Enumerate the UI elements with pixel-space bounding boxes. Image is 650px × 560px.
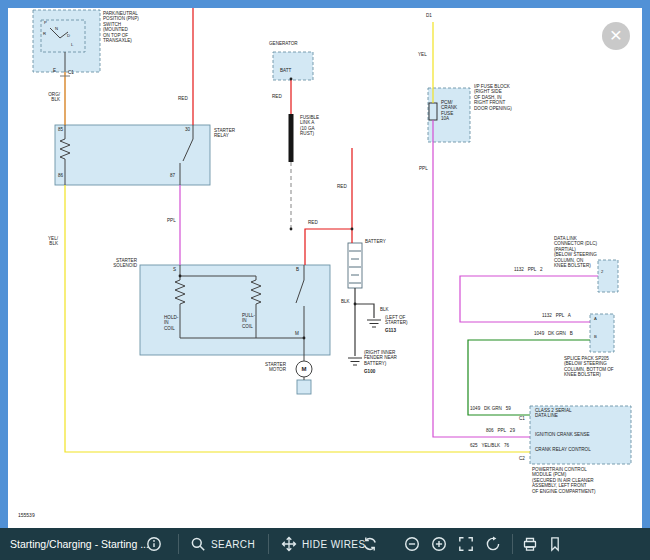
relay-terminal-85: 85 xyxy=(58,127,63,132)
hold-in-coil-label: HOLD- IN COIL xyxy=(164,315,178,331)
app-frame: M PARK/NEUTRAL POSITION (PNP) SWITCH (MO… xyxy=(0,0,650,560)
fuse-label: PCM/ CRANK FUSE 10A xyxy=(441,100,457,122)
g100-location: (RIGHT INNER FENDER NEAR BATTERY) xyxy=(364,350,397,366)
print-button[interactable] xyxy=(522,528,538,560)
zoom-in-icon xyxy=(431,536,447,552)
diagram-canvas[interactable]: M PARK/NEUTRAL POSITION (PNP) SWITCH (MO… xyxy=(8,8,642,528)
splice-b-wire-label: 1049 DK GRN B xyxy=(534,331,573,336)
pnp-contact-l: L xyxy=(71,43,73,48)
wire-label-blk-1: BLK xyxy=(341,299,350,304)
rotate-icon xyxy=(485,536,501,552)
dlc-wire-label: 1132 PPL 2 xyxy=(514,267,543,272)
info-icon xyxy=(146,536,162,552)
wire-label-ppl-1: PPL xyxy=(167,218,176,223)
diagram-labels: PARK/NEUTRAL POSITION (PNP) SWITCH (MOUN… xyxy=(8,8,642,528)
bottom-toolbar: Starting/Charging - Starting ... SEARCH xyxy=(0,528,650,560)
hide-wires-button[interactable]: HIDE WIRES xyxy=(302,528,365,560)
zoom-out-button[interactable] xyxy=(404,528,420,560)
info-button[interactable] xyxy=(146,528,162,560)
dlc-description: DATA LINK CONNECTOR (DLC) (PARTIAL) (BEL… xyxy=(554,236,597,268)
zoom-in-button[interactable] xyxy=(431,528,447,560)
connector-e: E xyxy=(53,68,56,73)
wire-label-blk-2: BLK xyxy=(380,307,389,312)
relay-terminal-86: 86 xyxy=(58,173,63,178)
pan-button[interactable] xyxy=(281,528,297,560)
bookmark-icon xyxy=(547,536,563,552)
pcm-connector-c1: C1 xyxy=(519,416,525,421)
pcm-ignition-crank-label: IGNITION CRANK SENSE xyxy=(535,432,590,437)
pnp-contact-p: P xyxy=(44,21,47,26)
pcm-class2-label: CLASS 2 SERIAL DATA LINE xyxy=(535,408,572,419)
wire-label-ppl-2: PPL xyxy=(419,166,428,171)
starter-solenoid-title: STARTER SOLENOID xyxy=(100,258,137,269)
refresh-button[interactable] xyxy=(362,528,378,560)
wire-label-d1: D1 xyxy=(426,13,432,18)
fit-screen-icon xyxy=(458,536,474,552)
pnp-contact-r: R xyxy=(43,32,46,37)
sync-icon xyxy=(362,536,378,552)
wire-label-red-2: RED xyxy=(272,94,282,99)
diagram-title: Starting/Charging - Starting ... xyxy=(10,528,149,560)
pull-in-coil-label: PULL- IN COIL xyxy=(242,313,255,329)
pcm-59-wire-label: 1049 DK GRN 59 xyxy=(470,406,511,411)
wire-label-red-1: RED xyxy=(178,96,188,101)
g113-location: (LEFT OF STARTER) xyxy=(385,315,408,326)
figure-number: 155539 xyxy=(18,513,35,519)
search-icon xyxy=(190,536,206,552)
dlc-terminal-2: 2 xyxy=(601,270,603,275)
pcm-crank-relay-label: CRANK RELAY CONTROL xyxy=(535,447,591,452)
toolbar-separator xyxy=(512,534,513,554)
toolbar-separator xyxy=(178,534,179,554)
solenoid-terminal-b: B xyxy=(296,267,299,272)
splice-terminal-b: B xyxy=(594,335,597,340)
wire-label-red-4: RED xyxy=(308,220,318,225)
search-label: SEARCH xyxy=(211,539,255,550)
rotate-button[interactable] xyxy=(485,528,501,560)
relay-terminal-30: 30 xyxy=(185,127,190,132)
g113-label: G113 xyxy=(385,328,396,333)
zoom-out-icon xyxy=(404,536,420,552)
search-button[interactable]: SEARCH xyxy=(190,528,255,560)
wire-label-yel: YEL xyxy=(418,52,427,57)
generator-title: GENERATOR xyxy=(269,41,298,46)
pcm-connector-c2: C2 xyxy=(519,456,525,461)
starter-relay-title: STARTER RELAY xyxy=(214,128,235,139)
pan-icon xyxy=(281,536,297,552)
fit-screen-button[interactable] xyxy=(458,528,474,560)
wire-label-yel-blk-left: YEL/ BLK xyxy=(24,236,58,247)
fusible-link-label: FUSIBLE LINK A (10 GA RUST) xyxy=(300,115,319,137)
print-icon xyxy=(522,536,538,552)
wire-label-red-3: RED xyxy=(337,184,347,189)
relay-terminal-87: 87 xyxy=(170,173,175,178)
starter-motor-title: STARTER MOTOR xyxy=(248,362,286,373)
pcm-description: POWERTRAIN CONTROL MODULE (PCM) (SECURED… xyxy=(532,467,596,494)
close-button[interactable]: × xyxy=(602,22,630,50)
wire-label-org-blk: ORG/ BLK xyxy=(28,92,60,103)
solenoid-terminal-s: S xyxy=(173,267,176,272)
pnp-contact-d: D xyxy=(67,34,70,39)
splice-pack-description: SPLICE PACK SP205 (BELOW STEERING COLUMN… xyxy=(564,356,614,378)
splice-terminal-a: A xyxy=(594,317,597,322)
fuse-block-description: I/P FUSE BLOCK (RIGHT SIDE OF DASH, IN R… xyxy=(474,84,512,111)
toolbar-separator xyxy=(268,534,269,554)
pnp-contact-n: N xyxy=(55,27,58,32)
g100-label: G100 xyxy=(364,369,375,374)
generator-batt-terminal: BATT xyxy=(280,68,291,73)
splice-a-wire-label: 1132 PPL A xyxy=(542,313,571,318)
bookmark-button[interactable] xyxy=(547,528,563,560)
hide-wires-label: HIDE WIRES xyxy=(302,539,365,550)
battery-title: BATTERY xyxy=(365,239,386,244)
pcm-76-wire-label: 625 YEL/BLK 76 xyxy=(470,443,509,448)
pcm-29-wire-label: 806 PPL 29 xyxy=(486,428,515,433)
solenoid-terminal-m: M xyxy=(295,331,299,336)
pnp-title: PARK/NEUTRAL POSITION (PNP) SWITCH (MOUN… xyxy=(103,11,139,43)
connector-c1: C1 xyxy=(68,70,74,75)
